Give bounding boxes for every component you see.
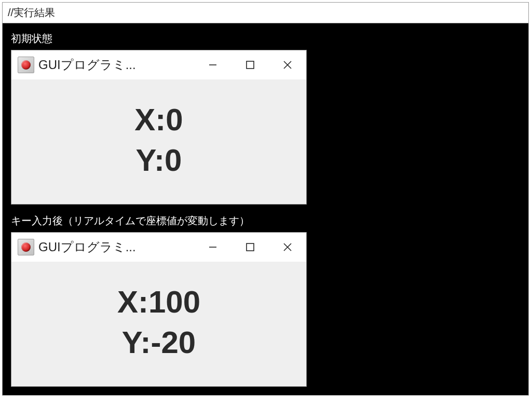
content-area: X:100 Y:-20 — [11, 262, 306, 386]
titlebar: GUIプログラミ... — [11, 50, 306, 79]
close-button[interactable] — [269, 50, 306, 79]
y-coordinate: Y:0 — [22, 145, 296, 176]
window-title: GUIプログラミ... — [38, 57, 136, 73]
window-controls — [194, 233, 306, 262]
x-coordinate: X:100 — [22, 287, 296, 318]
maximize-button[interactable] — [231, 50, 269, 79]
maximize-button[interactable] — [231, 233, 269, 262]
titlebar: GUIプログラミ... — [11, 233, 306, 262]
result-container: //実行結果 初期状態 GUIプログラミ... — [2, 2, 529, 396]
x-coordinate: X:0 — [22, 104, 296, 136]
svg-rect-1 — [247, 61, 254, 69]
window-controls — [194, 50, 306, 79]
gui-window-initial: GUIプログラミ... X:0 Y:0 — [11, 50, 307, 205]
java-app-icon — [18, 239, 34, 255]
java-app-icon — [18, 57, 34, 73]
gui-window-after: GUIプログラミ... X:100 Y:-20 — [11, 232, 307, 387]
y-coordinate: Y:-20 — [22, 327, 296, 358]
content-area: X:0 Y:0 — [11, 79, 306, 204]
result-body: 初期状態 GUIプログラミ... — [3, 23, 528, 395]
window-title: GUIプログラミ... — [38, 239, 136, 255]
caption-after: キー入力後（リアルタイムで座標値が変動します） — [11, 214, 520, 228]
svg-rect-5 — [247, 243, 254, 251]
minimize-button[interactable] — [194, 50, 231, 79]
close-button[interactable] — [269, 233, 306, 262]
minimize-button[interactable] — [194, 233, 231, 262]
caption-initial: 初期状態 — [11, 32, 520, 46]
result-header: //実行結果 — [3, 3, 528, 23]
